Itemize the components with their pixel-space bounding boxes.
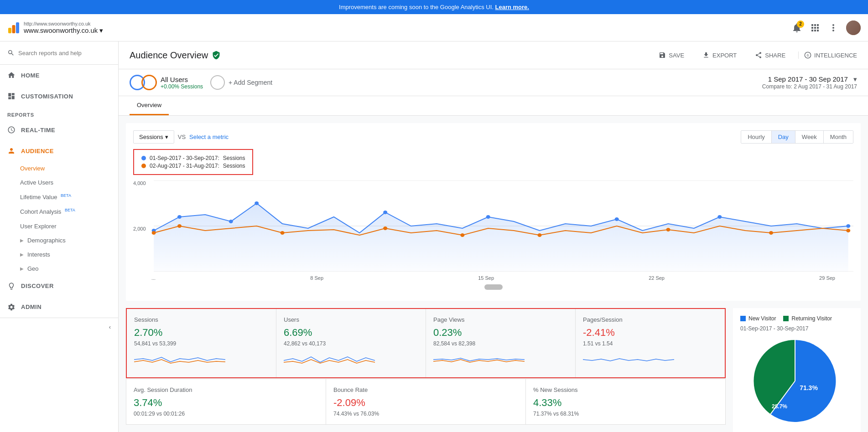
logo[interactable]: http://www.swoonworthy.co.uk www.swoonwo… xyxy=(7,21,103,35)
sidebar-subitem-cohort-analysis[interactable]: Cohort Analysis BETA xyxy=(0,204,118,219)
sidebar-subitem-demographics[interactable]: ▶ Demographics xyxy=(0,233,118,247)
date-range-primary[interactable]: 1 Sep 2017 - 30 Sep 2017 ▾ xyxy=(762,75,857,83)
site-url[interactable]: www.swoonworthy.co.uk ▾ xyxy=(24,26,103,35)
add-segment-circle xyxy=(210,75,225,90)
interests-arrow: ▶ xyxy=(20,252,24,257)
week-button[interactable]: Week xyxy=(795,131,824,143)
customisation-label: CUSTOMISATION xyxy=(21,93,73,100)
day-button[interactable]: Day xyxy=(772,131,795,143)
reports-section-label: Reports xyxy=(0,107,118,119)
home-icon xyxy=(7,71,16,79)
returning-visitor-legend: Returning Visitor xyxy=(783,315,832,322)
chart-area: 4,000 2,000 xyxy=(133,180,853,272)
site-info: http://www.swoonworthy.co.uk www.swoonwo… xyxy=(24,21,103,35)
more-options-button[interactable] xyxy=(828,22,839,33)
new-visitor-dot xyxy=(740,316,746,321)
sidebar-subitem-lifetime-value[interactable]: Lifetime Value BETA xyxy=(0,190,118,204)
sidebar-item-discover[interactable]: DISCOVER xyxy=(0,276,118,297)
all-users-segment[interactable]: All Users +0.00% Sessions xyxy=(130,75,203,90)
tab-overview[interactable]: Overview xyxy=(130,96,169,115)
sidebar-subitem-user-explorer[interactable]: User Explorer xyxy=(0,219,118,233)
svg-point-11 xyxy=(229,220,233,223)
x-label-4: 29 Sep xyxy=(819,275,835,281)
time-granularity-selector: Hourly Day Week Month xyxy=(741,130,853,144)
x-label-3: 22 Sep xyxy=(649,275,665,281)
user-avatar[interactable] xyxy=(846,21,861,35)
ga-logo-icon xyxy=(7,21,20,34)
svg-point-21 xyxy=(383,226,387,230)
sessions-metric-button[interactable]: Sessions ▾ xyxy=(133,130,174,144)
legend-primary-range: 01-Sep-2017 - 30-Sep-2017: xyxy=(150,155,219,161)
sidebar-subitem-active-users[interactable]: Active Users xyxy=(0,175,118,190)
svg-text:6: 6 xyxy=(807,53,809,57)
add-segment-button[interactable]: + Add Segment xyxy=(210,75,272,90)
svg-point-13 xyxy=(383,211,387,214)
select-metric-link[interactable]: Select a metric xyxy=(189,134,229,140)
intelligence-button[interactable]: 6 INTELLIGENCE xyxy=(798,51,857,59)
sessions-label: Sessions xyxy=(134,316,269,323)
announcement-link[interactable]: Learn more. xyxy=(495,4,529,10)
sidebar-subitem-overview[interactable]: Overview xyxy=(0,161,118,175)
legend-dot-blue xyxy=(141,156,146,160)
sidebar-item-admin[interactable]: ADMIN xyxy=(0,297,118,318)
users-values: 42,862 vs 40,173 xyxy=(284,340,418,347)
avg-session-label: Avg. Session Duration xyxy=(134,386,318,393)
svg-point-15 xyxy=(615,217,619,221)
announcement-bar: Improvements are coming soon to the Goog… xyxy=(0,0,868,14)
new-sessions-values: 71.37% vs 68.31% xyxy=(533,411,718,417)
sidebar-subitem-geo[interactable]: ▶ Geo xyxy=(0,262,118,276)
date-dropdown-icon: ▾ xyxy=(853,75,857,83)
pageviews-label: Page Views xyxy=(433,316,568,323)
legend-row-primary: 01-Sep-2017 - 30-Sep-2017: Sessions xyxy=(141,155,245,161)
realtime-icon xyxy=(7,126,16,134)
svg-point-18 xyxy=(152,231,156,235)
hourly-button[interactable]: Hourly xyxy=(741,131,772,143)
sidebar-collapse-toggle[interactable]: ‹ xyxy=(0,318,118,336)
vs-label: VS xyxy=(178,134,186,140)
share-button[interactable]: SHARE xyxy=(749,49,791,62)
customisation-icon xyxy=(7,92,16,100)
apps-button[interactable] xyxy=(810,22,821,33)
notifications-button[interactable]: 2 xyxy=(791,22,802,33)
geo-arrow: ▶ xyxy=(20,266,24,271)
admin-label: ADMIN xyxy=(21,303,42,310)
content-title: Audience Overview xyxy=(130,50,221,61)
month-button[interactable]: Month xyxy=(824,131,853,143)
svg-text:28.7%: 28.7% xyxy=(772,403,787,410)
avg-session-values: 00:01:29 vs 00:01:26 xyxy=(134,411,318,417)
sidebar-item-audience[interactable]: AUDIENCE xyxy=(0,140,118,161)
pages-session-label: Pages/Session xyxy=(583,316,717,323)
chart-controls: Sessions ▾ VS Select a metric Hourly Day… xyxy=(133,130,853,144)
pie-chart-svg: 71.3% 28.7% xyxy=(740,335,850,427)
save-button[interactable]: SAVE xyxy=(653,49,690,62)
chart-scrollbar[interactable] xyxy=(484,284,503,290)
chart-section: Sessions ▾ VS Select a metric Hourly Day… xyxy=(126,123,861,301)
site-url-small: http://www.swoonworthy.co.uk xyxy=(24,21,103,26)
sidebar: HOME CUSTOMISATION Reports REAL-TIME AUD… xyxy=(0,41,119,432)
sidebar-subitem-interests[interactable]: ▶ Interests xyxy=(0,247,118,262)
metric-card-new-sessions: % New Sessions 4.33% 71.37% vs 68.31% xyxy=(526,379,725,424)
sidebar-item-home[interactable]: HOME xyxy=(0,65,118,86)
sidebar-item-realtime[interactable]: REAL-TIME xyxy=(0,119,118,140)
sessions-change: 2.70% xyxy=(134,327,269,339)
new-visitor-legend: New Visitor xyxy=(740,315,776,322)
svg-rect-2 xyxy=(16,22,19,33)
search-input[interactable] xyxy=(18,50,111,57)
discover-icon xyxy=(7,282,16,290)
sidebar-bottom: ‹ xyxy=(0,318,118,336)
svg-point-16 xyxy=(717,215,722,219)
legend-primary-metric: Sessions xyxy=(223,155,245,161)
announcement-text: Improvements are coming soon to the Goog… xyxy=(339,4,494,10)
metric-card-bounce-rate: Bounce Rate -2.09% 74.43% vs 76.03% xyxy=(326,379,526,424)
audience-label: AUDIENCE xyxy=(21,148,54,154)
x-label-1: 8 Sep xyxy=(310,275,323,281)
sidebar-search-container xyxy=(0,41,118,65)
sidebar-item-customisation[interactable]: CUSTOMISATION xyxy=(0,86,118,107)
site-url-dropdown-icon[interactable]: ▾ xyxy=(99,26,103,35)
returning-visitor-label: Returning Visitor xyxy=(791,315,832,322)
chart-scroll-indicator xyxy=(133,284,853,290)
users-sparkline xyxy=(284,350,375,369)
metrics-grid-row2: Avg. Session Duration 3.74% 00:01:29 vs … xyxy=(126,379,726,425)
export-button[interactable]: EXPORT xyxy=(697,49,742,62)
main-content: Audience Overview SAVE EXPORT SHARE 6 xyxy=(119,41,868,432)
